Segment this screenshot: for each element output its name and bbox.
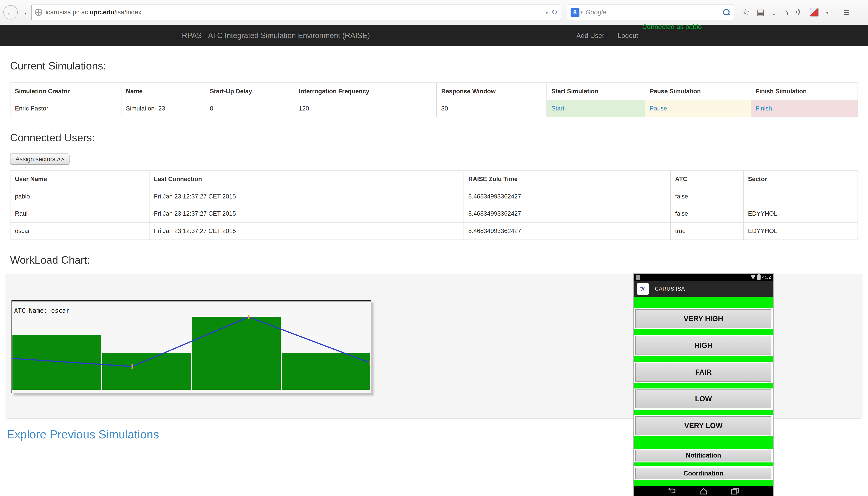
current-simulations-heading: Current Simulations: [10, 60, 858, 72]
simulation-name-cell: Simulation- 23 [121, 100, 205, 117]
last-connection-cell: Fri Jan 23 12:37:27 CET 2015 [149, 188, 464, 205]
assign-sectors-button[interactable]: Assign sectors >> [10, 154, 70, 165]
back-button[interactable]: ← [3, 5, 18, 19]
forward-button[interactable]: → [19, 8, 28, 17]
workload-indicator-strip [634, 383, 773, 388]
workload-line-marker [132, 365, 133, 369]
app-navbar: RPAS - ATC Integrated Simulation Environ… [0, 25, 868, 46]
notification-app-icon [636, 275, 640, 280]
sector-cell: EDYYHOL [743, 205, 858, 222]
workload-chart: ATC Name: oscar [12, 300, 371, 393]
send-tab-icon[interactable]: ✈ [795, 8, 803, 16]
very-high-button[interactable]: VERY HIGH [635, 309, 772, 328]
workload-indicator-strip [634, 436, 773, 448]
column-header: Interrogation Frequency [294, 83, 436, 100]
hamburger-menu-icon[interactable]: ≡ [843, 6, 849, 18]
connected-users-table: User Name Last Connection RAISE Zulu Tim… [10, 170, 858, 240]
url-text: icarusisa.pc.ac.upc.edu/isa/index [46, 9, 545, 16]
workload-indicator-strip [634, 463, 773, 466]
column-header: Sector [743, 171, 858, 188]
user-row: pablo Fri Jan 23 12:37:27 CET 2015 8.468… [10, 188, 858, 205]
simulations-table: Simulation Creator Name Start-Up Delay I… [10, 82, 858, 118]
workload-line-marker [248, 315, 250, 320]
workload-indicator-strip [634, 480, 773, 486]
high-button[interactable]: HIGH [635, 336, 772, 355]
coordination-button[interactable]: Coordination [635, 468, 772, 479]
column-header: ATC [671, 171, 743, 188]
back-icon: ← [6, 8, 15, 17]
phone-status-bar: 4:32 [634, 274, 773, 281]
phone-app-title: ICARUS ISA [653, 286, 685, 292]
notification-button[interactable]: Notification [635, 450, 772, 461]
low-button[interactable]: LOW [635, 389, 772, 408]
page: ← → icarusisa.pc.ac.upc.edu/isa/index ▾ … [0, 0, 868, 496]
zulu-time-cell: 8.46834993362427 [464, 205, 671, 222]
connected-users-heading: Connected Users: [10, 131, 858, 144]
engine-dropdown-icon[interactable]: ▾ [581, 10, 583, 15]
google-engine-icon[interactable]: 8 [571, 8, 580, 17]
icarus-app-icon: ✈ [637, 283, 649, 295]
downloads-icon[interactable]: ↓ [772, 8, 776, 16]
site-globe-icon [35, 9, 42, 16]
search-placeholder: Google [586, 9, 723, 16]
column-header: Response Window [436, 83, 547, 100]
finish-simulation-link[interactable]: Finish [755, 105, 772, 112]
user-name-cell: oscar [10, 222, 149, 240]
fair-button[interactable]: FAIR [635, 363, 772, 382]
extension-dropdown-icon[interactable]: ▾ [826, 10, 828, 15]
home-icon[interactable]: ⌂ [783, 8, 789, 16]
finish-simulation-cell: Finish [751, 100, 858, 117]
response-window-cell: 30 [436, 100, 547, 117]
workload-line-marker [370, 361, 370, 366]
column-header: Name [121, 83, 205, 100]
reload-button[interactable]: ↻ [551, 8, 557, 17]
add-user-link[interactable]: Add User [577, 32, 604, 40]
wifi-icon [750, 275, 755, 280]
workload-indicator-strip [634, 329, 773, 335]
user-row: Raul Fri Jan 23 12:37:27 CET 2015 8.4683… [10, 205, 858, 222]
atc-cell: true [671, 222, 743, 240]
column-header: Simulation Creator [10, 83, 121, 100]
pause-simulation-link[interactable]: Pause [650, 105, 667, 112]
workload-chart-heading: WorkLoad Chart: [10, 254, 858, 266]
column-header: User Name [10, 171, 149, 188]
startup-delay-cell: 0 [205, 100, 294, 117]
column-header: Start-Up Delay [205, 83, 294, 100]
extension-icon[interactable] [810, 8, 819, 17]
android-back-icon[interactable] [668, 488, 676, 495]
workload-line-markers [132, 315, 370, 369]
workload-indicator-strip [634, 356, 773, 362]
android-recents-icon[interactable] [731, 488, 739, 495]
logout-link[interactable]: Logout [618, 32, 638, 40]
start-simulation-cell: Start [547, 100, 645, 117]
workload-indicator-strip [634, 409, 773, 415]
start-simulation-link[interactable]: Start [551, 105, 565, 112]
explore-previous-simulations-link[interactable]: Explore Previous Simulations [7, 428, 159, 441]
zulu-time-cell: 8.46834993362427 [464, 222, 671, 240]
bookmarks-menu-icon[interactable]: ▤ [757, 8, 764, 16]
pause-simulation-cell: Pause [645, 100, 751, 117]
atc-cell: false [671, 188, 743, 205]
phone-mockup: 4:32 ✈ ICARUS ISA VERY HIGH HIGH FAIR LO… [634, 274, 773, 496]
column-header: Pause Simulation [645, 83, 751, 100]
last-connection-cell: Fri Jan 23 12:37:27 CET 2015 [149, 222, 464, 240]
zulu-time-cell: 8.46834993362427 [464, 188, 671, 205]
workload-line [12, 317, 370, 367]
android-home-icon[interactable] [700, 488, 708, 495]
chart-title: ATC Name: oscar [14, 307, 70, 314]
android-nav-bar [634, 486, 773, 496]
search-box[interactable]: 8 ▾ Google [567, 4, 734, 20]
battery-icon [757, 275, 761, 280]
simulation-creator-cell: Enric Pastor [10, 100, 121, 117]
user-row: oscar Fri Jan 23 12:37:27 CET 2015 8.468… [10, 222, 858, 240]
very-low-button[interactable]: VERY LOW [635, 416, 772, 435]
last-connection-cell: Fri Jan 23 12:37:27 CET 2015 [149, 205, 464, 222]
user-name-cell: pablo [10, 188, 149, 205]
interrogation-frequency-cell: 120 [294, 100, 436, 117]
address-bar[interactable]: icarusisa.pc.ac.upc.edu/isa/index ▾ ↻ [31, 4, 561, 20]
search-icon[interactable] [723, 9, 731, 16]
atc-cell: false [671, 205, 743, 222]
simulation-row: Enric Pastor Simulation- 23 0 120 30 Sta… [10, 100, 858, 117]
urlbar-dropdown-icon[interactable]: ▾ [545, 10, 548, 15]
bookmark-star-icon[interactable]: ☆ [742, 8, 749, 16]
